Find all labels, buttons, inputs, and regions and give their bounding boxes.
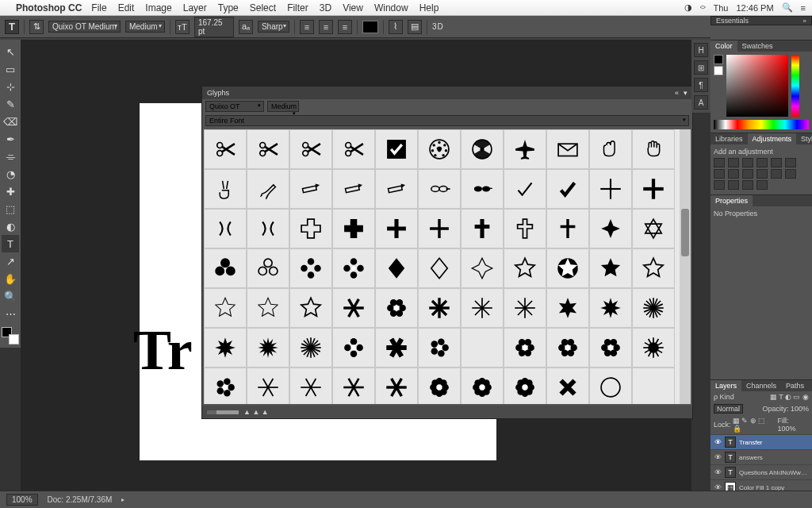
glyphs-zoom-slider[interactable] <box>207 410 239 414</box>
font-family-dropdown[interactable]: Quixo OT Medium <box>48 21 121 33</box>
glyph-pencil-down[interactable] <box>289 169 332 209</box>
glyph-check-bold[interactable] <box>546 169 589 209</box>
glyph-star-6-solid[interactable] <box>546 288 589 328</box>
blend-mode-dropdown[interactable]: Normal <box>714 404 743 414</box>
glyph-radiation[interactable] <box>461 129 504 169</box>
color-field[interactable] <box>726 55 788 117</box>
tool-9[interactable]: ⬚ <box>2 200 19 217</box>
glyph-nib-solid[interactable] <box>461 169 504 209</box>
tool-13[interactable]: ✋ <box>2 270 19 287</box>
glyph-burst[interactable] <box>632 288 675 328</box>
glyph-diamond-solid[interactable] <box>375 248 418 288</box>
menu-file[interactable]: File <box>91 2 106 13</box>
menu-select[interactable]: Select <box>250 2 276 13</box>
glyph-star-5-lined[interactable] <box>204 288 247 328</box>
glyph-cross-solid[interactable] <box>332 209 375 248</box>
glyphs-font-dropdown[interactable]: Quixo OT <box>205 101 264 112</box>
glyph-asterisk-6[interactable] <box>332 288 375 328</box>
zoom-input[interactable]: 100% <box>6 494 38 506</box>
tab-channels[interactable]: Channels <box>741 380 781 391</box>
glyph-pencil-right[interactable] <box>332 169 375 209</box>
glyph-cross-outline[interactable] <box>289 209 332 248</box>
glyph-star-8-solid[interactable] <box>589 288 632 328</box>
glyph-star-circle[interactable] <box>546 248 589 288</box>
glyphs-menu-icon[interactable]: ▾ <box>684 89 688 97</box>
tool-8[interactable]: ✚ <box>2 183 19 200</box>
text-3d-button[interactable]: 3D <box>432 22 444 31</box>
tab-layers[interactable]: Layers <box>710 380 741 391</box>
glyphs-panel[interactable]: Glyphs « ▾ Quixo OT Medium Entire Font ▲… <box>201 86 693 419</box>
menu-edit[interactable]: Edit <box>118 2 135 13</box>
glyph-circle[interactable] <box>589 368 632 404</box>
glyph-asterisk-6-heavy[interactable] <box>375 368 418 404</box>
tool-2[interactable]: ⊹ <box>2 78 19 95</box>
mini-panel-0[interactable]: H <box>694 43 708 57</box>
glyph-cross-thin[interactable] <box>375 209 418 248</box>
glyph-check-light[interactable] <box>504 169 546 209</box>
menu-icon[interactable]: ≡ <box>801 3 806 13</box>
glyph-scissors-solid[interactable] <box>204 129 247 169</box>
align-center-icon[interactable]: ≡ <box>319 20 333 34</box>
glyphs-scrollbar[interactable] <box>680 129 691 404</box>
glyph-asterisk-8[interactable] <box>418 288 461 328</box>
glyph-rotary-phone[interactable] <box>418 129 461 169</box>
tool-6[interactable]: ⌯ <box>2 148 19 165</box>
glyph-asterisk-flower[interactable] <box>375 288 418 328</box>
mini-panel-2[interactable]: ¶ <box>694 78 708 92</box>
glyph-club-3[interactable] <box>204 248 247 288</box>
glyph-x-bold[interactable] <box>632 169 675 209</box>
glyph-asterisk-heavy[interactable] <box>375 328 418 368</box>
glyph-club-3-outline[interactable] <box>247 248 289 288</box>
glyph-x-heavy[interactable] <box>546 368 589 404</box>
menu-filter[interactable]: Filter <box>287 2 308 13</box>
glyph-diamond-outline[interactable] <box>418 248 461 288</box>
glyph-star-5-outline-3[interactable] <box>289 288 332 328</box>
mini-panel-1[interactable]: ⊞ <box>694 60 708 75</box>
glyph-x-script[interactable] <box>204 209 247 248</box>
layer-row[interactable]: 👁TQuestions AhIdNoWwITh ✪ <box>710 464 812 479</box>
tool-14[interactable]: 🔍 <box>2 287 19 305</box>
glyph-star-12[interactable] <box>247 328 289 368</box>
hue-slider[interactable] <box>791 55 799 117</box>
glyph-flower-8[interactable] <box>418 368 461 404</box>
tab-color[interactable]: Color <box>710 40 737 52</box>
menu-window[interactable]: Window <box>374 2 408 13</box>
tab-styles[interactable]: Styles <box>796 133 812 144</box>
tool-7[interactable]: ◔ <box>2 165 19 183</box>
glyph-flower-bold[interactable] <box>589 328 632 368</box>
glyph-pencil-flat[interactable] <box>375 169 418 209</box>
glyphs-collapse-icon[interactable]: « <box>675 89 679 97</box>
tab-paths[interactable]: Paths <box>781 380 809 391</box>
glyph-maltese-cross[interactable] <box>589 209 632 248</box>
glyph-flower-6-solid[interactable] <box>546 328 589 368</box>
glyph-latin-cross-outline[interactable] <box>504 209 546 248</box>
tool-11[interactable]: T <box>2 235 19 252</box>
tool-15[interactable]: ⋯ <box>2 305 19 322</box>
glyph-star-5-lined-2[interactable] <box>247 288 289 328</box>
mini-panel-3[interactable]: A <box>694 95 708 110</box>
menu-layer[interactable]: Layer <box>183 2 207 13</box>
canvas-text[interactable]: Tr <box>133 318 193 383</box>
app-name[interactable]: Photoshop CC <box>16 2 82 13</box>
tool-12[interactable]: ↗ <box>2 252 19 270</box>
glyph-burst-lines[interactable] <box>289 328 332 368</box>
glyphs-zoom-icons[interactable]: ▲ ▲ ▲ <box>243 408 269 416</box>
glyph-raised-fist[interactable] <box>589 129 632 169</box>
workspace-switcher[interactable]: Essentials <box>710 16 812 25</box>
font-toggle-icon[interactable]: ⇅ <box>29 20 44 34</box>
glyph-flower-5-outline[interactable] <box>461 328 504 368</box>
glyph-sun-circle[interactable] <box>632 328 675 368</box>
glyph-flower-small[interactable] <box>204 368 247 404</box>
color-swap[interactable] <box>2 327 19 344</box>
glyph-airplane[interactable] <box>504 129 546 169</box>
glyph-scissors-dashed[interactable] <box>332 129 375 169</box>
visibility-icon[interactable]: 👁 <box>714 438 722 446</box>
glyphs-category-dropdown[interactable]: Entire Font <box>205 115 689 126</box>
glyph-flower-6[interactable] <box>504 328 546 368</box>
menu-3d[interactable]: 3D <box>320 2 331 13</box>
glyphs-weight-dropdown[interactable]: Medium <box>267 101 299 112</box>
glyph-scissors-solid-2[interactable] <box>289 129 332 169</box>
glyph-flower-5[interactable] <box>418 328 461 368</box>
glyph-latin-cross[interactable] <box>461 209 504 248</box>
antialias-dropdown[interactable]: Sharp <box>258 21 289 33</box>
